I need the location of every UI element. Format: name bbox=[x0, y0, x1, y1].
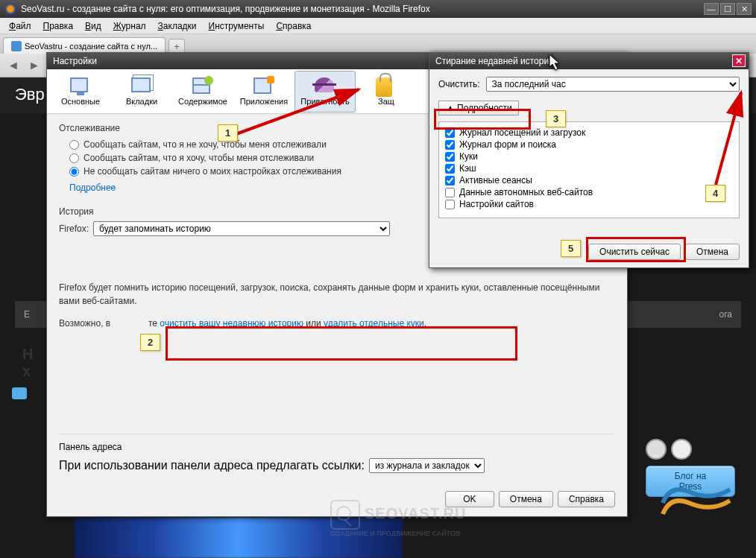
item-cache[interactable]: Кэш bbox=[445, 162, 733, 174]
help-button[interactable]: Справка bbox=[558, 491, 615, 507]
marker-5: 5 bbox=[561, 240, 581, 257]
tab-basic-label: Основные bbox=[61, 97, 100, 106]
clear-cancel-button[interactable]: Отмена bbox=[685, 244, 740, 260]
item-offline[interactable]: Данные автономных веб-сайтов bbox=[445, 186, 733, 198]
tab-tabs-label: Вкладки bbox=[126, 97, 157, 106]
tab-security[interactable]: Защ bbox=[356, 71, 417, 112]
radio-dnt-off[interactable] bbox=[69, 153, 79, 163]
tab-content[interactable]: Содержимое bbox=[172, 71, 233, 112]
menu-history[interactable]: Журнал bbox=[107, 21, 152, 31]
chevron-up-icon: ▲ bbox=[445, 103, 456, 113]
menu-view[interactable]: Вид bbox=[79, 21, 107, 31]
clear-now-button[interactable]: Очистить сейчас bbox=[588, 244, 681, 260]
history-info2: Возможно, в те очистить вашу недавнюю ис… bbox=[59, 318, 615, 329]
time-range-select[interactable]: За последний час bbox=[486, 77, 740, 92]
tab-basic[interactable]: Основные bbox=[50, 71, 111, 112]
history-prefix: Firefox: bbox=[59, 223, 89, 234]
history-info: Firefox будет помнить историю посещений,… bbox=[59, 281, 615, 308]
nav-right-text: ога bbox=[719, 309, 732, 320]
window-title: SeoVast.ru - создание сайта с нуля: его … bbox=[21, 4, 704, 14]
footer-image bbox=[75, 518, 403, 558]
clear-history-link[interactable]: очистить вашу недавнюю историю bbox=[160, 318, 303, 329]
tab-apps-label: Приложения bbox=[240, 97, 288, 106]
marker-3: 3 bbox=[546, 110, 566, 127]
item-forms[interactable]: Журнал форм и поиска bbox=[445, 139, 733, 150]
clear-items-list: Журнал посещений и загрузок Журнал форм … bbox=[438, 121, 740, 218]
tab-label: SeoVastru - создание сайта с нул... bbox=[25, 42, 157, 51]
menu-edit[interactable]: Правка bbox=[37, 21, 80, 31]
tab-privacy-label: Приватность bbox=[300, 97, 349, 106]
firefox-icon bbox=[4, 3, 16, 15]
menu-bookmarks[interactable]: Закладки bbox=[152, 21, 203, 31]
item-browsing[interactable]: Журнал посещений и загрузок bbox=[445, 127, 733, 139]
radio-dnt-none[interactable] bbox=[69, 167, 79, 177]
wp-line1: Блог на bbox=[675, 471, 707, 481]
tab-apps[interactable]: Приложения bbox=[233, 71, 294, 112]
badge-icon[interactable] bbox=[671, 439, 692, 460]
delete-cookies-link[interactable]: удалить отдельные куки bbox=[324, 318, 424, 329]
profit-logo bbox=[659, 481, 734, 528]
marker-1: 1 bbox=[218, 124, 238, 142]
marker-2: 2 bbox=[140, 334, 160, 351]
addressbar-label: Панель адреса bbox=[59, 442, 615, 452]
tab-bar: SeoVastru - создание сайта с нул... + bbox=[0, 34, 756, 54]
clear-history-dialog: Стирание недавней истории ✕ Очистить: За… bbox=[429, 52, 749, 268]
clear-title: Стирание недавней истории ✕ bbox=[429, 53, 749, 69]
details-toggle[interactable]: ▲ Подробности bbox=[438, 101, 519, 115]
addressbar-text: При использовании панели адреса предлага… bbox=[59, 459, 365, 472]
history-mode-select[interactable]: будет запоминать историю bbox=[93, 221, 390, 236]
item-sessions[interactable]: Активные сеансы bbox=[445, 174, 733, 186]
new-tab-button[interactable]: + bbox=[168, 39, 185, 54]
clear-label: Очистить: bbox=[438, 79, 480, 89]
ok-button[interactable]: OK bbox=[445, 491, 494, 507]
minimize-button[interactable]: — bbox=[704, 3, 719, 15]
item-site[interactable]: Настройки сайтов bbox=[445, 198, 733, 210]
menu-file[interactable]: Файл bbox=[3, 21, 37, 31]
browser-tab[interactable]: SeoVastru - создание сайта с нул... bbox=[3, 37, 166, 54]
twitter-icon[interactable] bbox=[12, 387, 27, 399]
close-button[interactable]: ✕ bbox=[737, 3, 752, 15]
marker-4: 4 bbox=[705, 185, 725, 202]
radio-dnt-on[interactable] bbox=[69, 140, 79, 150]
menu-tools[interactable]: Инструменты bbox=[203, 21, 271, 31]
menu-help[interactable]: Справка bbox=[270, 21, 317, 31]
firefox-window: SeoVast.ru - создание сайта с нуля: его … bbox=[0, 0, 756, 558]
tab-security-label: Защ bbox=[378, 97, 394, 106]
addressbar-select[interactable]: из журнала и закладок bbox=[369, 458, 485, 473]
window-titlebar: SeoVast.ru - создание сайта с нуля: его … bbox=[0, 0, 756, 18]
maximize-button[interactable]: ☐ bbox=[720, 3, 735, 15]
item-cookies[interactable]: Куки bbox=[445, 150, 733, 162]
back-button[interactable]: ◄ bbox=[4, 57, 22, 74]
close-icon[interactable]: ✕ bbox=[732, 54, 746, 67]
cancel-button[interactable]: Отмена bbox=[499, 491, 553, 507]
tab-tabs[interactable]: Вкладки bbox=[111, 71, 172, 112]
favicon bbox=[11, 41, 22, 51]
headline-frag: Нх bbox=[22, 346, 33, 380]
tab-privacy[interactable]: Приватность bbox=[294, 71, 356, 112]
nav-left-text: Е bbox=[24, 309, 30, 320]
tab-content-label: Содержимое bbox=[178, 97, 227, 106]
forward-button[interactable]: ► bbox=[25, 57, 43, 74]
menubar: Файл Правка Вид Журнал Закладки Инструме… bbox=[0, 18, 756, 34]
badge-icon[interactable] bbox=[646, 439, 667, 460]
settings-buttons: OK Отмена Справка bbox=[445, 491, 615, 507]
addressbar-section: Панель адреса При использовании панели а… bbox=[59, 426, 615, 473]
